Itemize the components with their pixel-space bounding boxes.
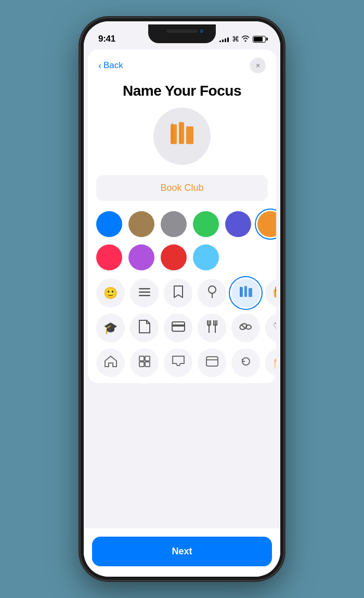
svg-rect-2 <box>186 126 193 144</box>
icon-inbox[interactable] <box>164 348 192 377</box>
icon-books[interactable] <box>231 279 260 307</box>
svg-rect-24 <box>139 362 144 367</box>
svg-rect-10 <box>240 287 243 297</box>
icon-home[interactable] <box>96 348 125 377</box>
speaker <box>166 30 198 33</box>
notch <box>148 24 216 43</box>
fork-knife-icon <box>206 320 218 336</box>
icon-section: 🙂 <box>88 279 276 377</box>
nav-bar: ‹ Back × <box>88 49 276 77</box>
color-row-1 <box>96 211 268 237</box>
icon-stethoscope[interactable]: 🩺 <box>265 314 276 342</box>
phone-screen: 9:41 ⌘ <box>84 21 280 577</box>
icon-folder[interactable]: 📁 <box>265 348 276 377</box>
books-selected-icon <box>239 285 253 302</box>
icon-pin[interactable] <box>198 279 226 307</box>
svg-rect-12 <box>249 288 252 297</box>
icon-document[interactable] <box>130 314 159 342</box>
icon-card[interactable] <box>164 314 192 342</box>
icon-rotate[interactable] <box>231 348 260 377</box>
icon-list[interactable] <box>130 279 159 307</box>
back-label: Back <box>103 60 123 71</box>
color-orange[interactable] <box>257 211 276 237</box>
color-gray[interactable] <box>161 211 187 237</box>
main-card: ‹ Back × Name Your Focus <box>88 49 276 383</box>
inbox-icon <box>172 356 185 370</box>
color-red[interactable] <box>161 244 187 270</box>
svg-rect-6 <box>139 291 150 293</box>
graduation-icon: 🎓 <box>103 321 118 335</box>
rotate-icon <box>240 356 252 370</box>
color-section <box>88 211 276 270</box>
signal-icon <box>219 36 229 42</box>
home-icon <box>105 356 117 370</box>
color-indigo[interactable] <box>225 211 251 237</box>
color-purple[interactable] <box>128 244 154 270</box>
list-icon <box>139 287 150 300</box>
icon-row-2: 🎓 <box>96 314 268 342</box>
svg-rect-23 <box>145 356 150 361</box>
page-title: Name Your Focus <box>88 77 276 108</box>
document-icon <box>139 320 150 336</box>
icon-browser[interactable] <box>198 348 226 377</box>
icon-circle[interactable] <box>153 108 211 165</box>
grid-icon <box>139 356 150 370</box>
screen-wrapper: 9:41 ⌘ <box>84 21 280 577</box>
name-field[interactable]: Book Club <box>96 175 268 201</box>
svg-rect-1 <box>179 122 184 144</box>
icon-graduation[interactable]: 🎓 <box>96 314 125 342</box>
next-button[interactable]: Next <box>92 537 272 566</box>
svg-point-8 <box>209 286 216 293</box>
svg-rect-0 <box>171 124 177 144</box>
svg-rect-22 <box>139 356 144 361</box>
bookmark-icon <box>174 285 183 301</box>
back-button[interactable]: ‹ Back <box>98 60 123 71</box>
pin-icon <box>207 285 217 301</box>
close-icon: × <box>256 61 260 70</box>
svg-rect-11 <box>244 286 247 297</box>
svg-line-21 <box>241 324 245 328</box>
card-icon <box>172 321 185 335</box>
icon-fork[interactable] <box>198 314 226 342</box>
icon-row-3: 📁 <box>96 348 268 377</box>
gift-icon: 🎁 <box>272 287 276 300</box>
folder-icon: 📁 <box>272 356 276 370</box>
back-chevron-icon: ‹ <box>98 60 101 71</box>
svg-rect-25 <box>145 362 150 367</box>
svg-rect-3 <box>172 123 173 144</box>
icon-row-1: 🙂 <box>96 279 268 307</box>
stethoscope-icon: 🩺 <box>272 321 276 335</box>
svg-rect-4 <box>180 121 181 144</box>
wifi-icon: ⌘ <box>232 35 250 43</box>
icon-emoji[interactable]: 🙂 <box>96 279 125 307</box>
svg-rect-5 <box>139 288 150 290</box>
focus-icon-display <box>88 108 276 165</box>
icon-bookmark[interactable] <box>164 279 192 307</box>
color-pink[interactable] <box>96 244 122 270</box>
browser-icon <box>206 356 218 370</box>
front-camera <box>199 29 204 34</box>
icon-gift[interactable]: 🎁 <box>265 279 276 307</box>
pills-icon <box>239 321 253 335</box>
status-icons: ⌘ <box>219 35 266 43</box>
phone-frame: 9:41 ⌘ <box>81 18 283 580</box>
battery-icon <box>253 36 266 43</box>
icon-pills[interactable] <box>231 314 260 342</box>
svg-rect-26 <box>206 357 218 366</box>
name-field-value: Book Club <box>160 183 203 193</box>
color-blue[interactable] <box>96 211 122 237</box>
svg-rect-15 <box>172 324 185 327</box>
icon-grid[interactable] <box>130 348 159 377</box>
books-icon <box>166 119 198 154</box>
status-time: 9:41 <box>98 34 115 44</box>
color-row-2 <box>96 244 268 270</box>
close-button[interactable]: × <box>250 58 266 73</box>
svg-rect-7 <box>139 295 150 296</box>
color-brown[interactable] <box>128 211 154 237</box>
battery-fill <box>254 37 263 42</box>
color-green[interactable] <box>193 211 219 237</box>
svg-rect-13 <box>240 287 241 297</box>
color-teal[interactable] <box>193 244 219 270</box>
next-button-container: Next <box>84 528 280 577</box>
smiley-icon: 🙂 <box>103 287 118 300</box>
